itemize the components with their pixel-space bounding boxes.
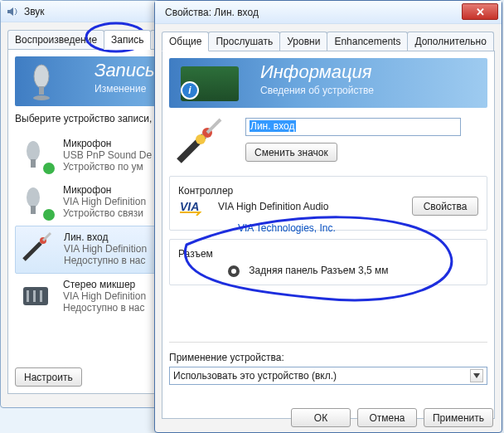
banner-title: Запись [94, 60, 155, 81]
properties-titlebar[interactable]: Свойства: Лин. вход ✕ [155, 1, 502, 24]
svg-point-5 [27, 187, 40, 207]
device-name-field[interactable]: Лин. вход [245, 118, 461, 136]
usage-select[interactable]: Использовать это устройство (вкл.) [169, 367, 487, 385]
sound-title: Звук [24, 6, 45, 17]
microphone-icon [18, 138, 55, 174]
cancel-button[interactable]: Отмена [357, 408, 417, 427]
device-name: Лин. вход [64, 231, 147, 243]
properties-tabs: Общие Прослушать Уровни Enhancements Доп… [155, 24, 502, 51]
usage-label: Применение устройства: [169, 352, 284, 363]
device-name-value: Лин. вход [250, 120, 296, 132]
device-name: Микрофон [63, 184, 146, 196]
check-icon [41, 161, 56, 176]
tab-enhancements[interactable]: Enhancements [327, 32, 408, 51]
jack-text: Задняя панель Разъем 3,5 мм [249, 265, 388, 276]
svg-rect-6 [31, 206, 36, 214]
configure-button[interactable]: Настроить [15, 367, 82, 387]
tab-listen[interactable]: Прослушать [208, 32, 280, 51]
controller-name: VIA High Definition Audio [218, 201, 328, 212]
device-line: Недоступно в нас [64, 255, 147, 266]
info-icon: i [181, 81, 199, 100]
device-name: Микрофон [63, 138, 152, 149]
close-icon: ✕ [476, 6, 485, 18]
jack-color-icon [228, 265, 240, 277]
device-line: USB PnP Sound De [63, 149, 152, 161]
jack-group: Разъем Задняя панель Разъем 3,5 мм [169, 239, 487, 285]
svg-rect-9 [27, 290, 29, 302]
device-icon [171, 114, 229, 173]
properties-panel: i Информация Сведения об устройстве Лин.… [162, 51, 495, 419]
svg-point-0 [34, 65, 49, 88]
controller-legend: Контроллер [178, 185, 233, 197]
device-name: Стерео микшер [63, 279, 146, 290]
microphone-icon [18, 184, 55, 221]
close-button[interactable]: ✕ [462, 3, 498, 20]
dialog-buttons: ОК Отмена Применить [155, 408, 502, 427]
controller-properties-button[interactable]: Свойства [412, 197, 478, 216]
tab-general[interactable]: Общие [162, 32, 209, 51]
tab-levels[interactable]: Уровни [279, 32, 327, 51]
via-logo-icon: VIA [178, 197, 208, 216]
properties-title: Свойства: Лин. вход [165, 7, 259, 18]
banner-subtitle: Сведения об устройстве [260, 85, 374, 96]
properties-window: Свойства: Лин. вход ✕ Общие Прослушать У… [154, 0, 502, 433]
change-icon-button[interactable]: Сменить значок [245, 143, 337, 162]
phone-icon [41, 207, 56, 222]
chevron-down-icon [470, 369, 483, 382]
device-line: Недоступно в нас [63, 302, 146, 314]
device-line: VIA High Definition [63, 196, 146, 207]
tab-record[interactable]: Запись [104, 30, 151, 50]
info-banner: i Информация Сведения об устройстве [169, 58, 487, 108]
microphone-icon [25, 61, 65, 101]
vendor-link[interactable]: VIA Technologies, Inc. [238, 222, 336, 234]
svg-rect-11 [40, 290, 42, 302]
banner-subtitle: Изменение [94, 83, 146, 95]
controller-group: Контроллер VIA VIA High Definition Audio… [169, 176, 487, 231]
device-line: Устройство связи [63, 207, 146, 219]
jack-legend: Разъем [178, 248, 213, 260]
line-in-icon [19, 231, 56, 268]
speaker-icon [6, 5, 19, 18]
apply-button[interactable]: Применить [424, 408, 493, 427]
device-line: Устройство по ум [63, 161, 152, 173]
svg-rect-10 [33, 290, 36, 302]
svg-point-2 [33, 95, 50, 100]
usage-value: Использовать это устройство (вкл.) [173, 370, 337, 382]
ok-button[interactable]: ОК [291, 408, 351, 427]
tab-advanced[interactable]: Дополнительно [407, 32, 493, 51]
svg-rect-1 [39, 86, 44, 95]
divider [169, 342, 487, 343]
svg-point-3 [27, 141, 40, 161]
device-line: VIA High Definition [64, 243, 147, 255]
tab-playback[interactable]: Воспроизведение [7, 30, 104, 50]
svg-rect-4 [31, 159, 36, 168]
svg-point-14 [196, 134, 206, 144]
banner-title: Информация [260, 61, 372, 83]
svg-text:VIA: VIA [180, 200, 199, 213]
device-line: VIA High Definition [63, 290, 146, 302]
mixer-icon [18, 279, 55, 315]
